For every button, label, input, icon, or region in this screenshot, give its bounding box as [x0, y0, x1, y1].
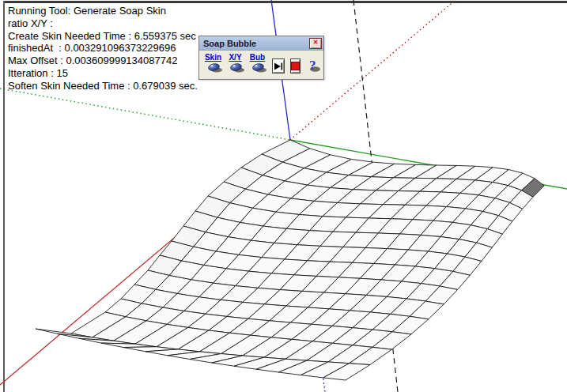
help-button[interactable]: ?: [306, 58, 322, 76]
bubble-icon: [207, 62, 223, 73]
toolbar-title: Soap Bubble: [203, 39, 256, 48]
soap-skin-mesh[interactable]: [36, 140, 544, 380]
play-icon: [273, 62, 284, 71]
question-mark-icon: ?: [306, 58, 322, 73]
bubble-icon: [251, 62, 267, 73]
toolbar-titlebar[interactable]: Soap Bubble ✕: [199, 36, 323, 51]
soap-bubble-toolbar: Soap Bubble ✕ Skin X/Y Bub: [198, 36, 324, 80]
console-line: Soften Skin Needed Time : 0.679039 sec.: [8, 80, 198, 92]
xy-button-label: X/Y: [229, 54, 241, 62]
console-line: finishedAt : 0.003291096373229696: [8, 42, 198, 55]
toolbar-body: Skin X/Y Bub: [199, 51, 323, 79]
close-button[interactable]: ✕: [309, 38, 322, 49]
stop-button[interactable]: [290, 58, 301, 74]
bub-button-label: Bub: [250, 54, 265, 62]
skin-button-label: Skin: [205, 54, 221, 62]
console-line: Max Offset : 0.003609999134087742: [8, 55, 198, 67]
console-output: Running Tool: Generate Soap Skin ratio X…: [8, 5, 198, 92]
xy-ratio-button[interactable]: X/Y: [225, 54, 245, 73]
play-button[interactable]: [272, 58, 285, 74]
bubble-icon: [229, 62, 245, 73]
stop-icon: [291, 62, 300, 70]
console-line: Itteration : 15: [8, 67, 198, 80]
bub-button[interactable]: Bub: [248, 54, 267, 73]
skin-button[interactable]: Skin: [203, 54, 223, 73]
console-line: ratio X/Y :: [8, 17, 198, 30]
close-icon: ✕: [313, 39, 319, 46]
svg-text:?: ?: [309, 58, 316, 73]
console-line: Running Tool: Generate Soap Skin: [8, 5, 198, 17]
console-line: Create Skin Needed Time : 6.559375 sec: [8, 30, 198, 43]
